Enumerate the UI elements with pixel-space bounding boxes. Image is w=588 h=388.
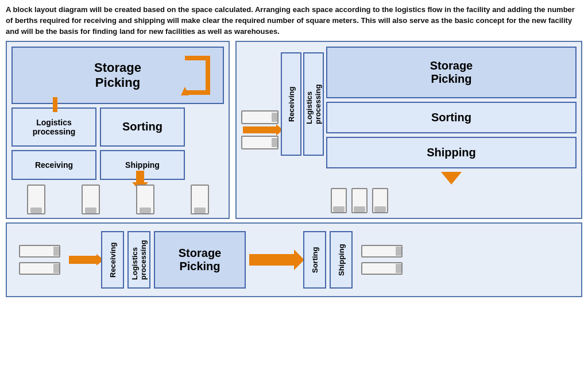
truck-r-3 bbox=[372, 188, 388, 213]
truck-body-1 bbox=[27, 185, 45, 214]
truck-3 bbox=[136, 185, 154, 214]
truck-2 bbox=[82, 185, 100, 214]
description-text: A block layout diagram will be created b… bbox=[6, 5, 582, 37]
bottom-right-trucks bbox=[356, 245, 408, 275]
truck-body-r-3 bbox=[372, 188, 388, 213]
receiving-box-left: Receiving bbox=[11, 150, 96, 180]
truck-body-r-1 bbox=[331, 188, 347, 213]
bottom-trucks-right bbox=[326, 188, 577, 213]
page: A block layout diagram will be created b… bbox=[0, 0, 588, 388]
shipping-label-right: Shipping bbox=[427, 146, 476, 159]
sorting-box-right: Sorting bbox=[326, 102, 577, 133]
receiving-vbox-bottom: Receiving bbox=[101, 231, 124, 289]
logistics-processing-label-left: Logisticsprocessing bbox=[33, 118, 76, 136]
truck-1 bbox=[27, 185, 45, 214]
diagram-right: Receiving Logisticsprocessing StoragePic… bbox=[235, 41, 582, 219]
storage-picking-label-right: StoragePicking bbox=[430, 59, 473, 86]
right-main-content: StoragePicking Sorting Shipping bbox=[326, 47, 577, 213]
bottom-left-trucks bbox=[14, 245, 65, 275]
right-diagram-inner: Receiving Logisticsprocessing StoragePic… bbox=[241, 47, 577, 213]
storage-picking-box-left: StoragePicking bbox=[11, 47, 224, 104]
truck-body-3 bbox=[136, 185, 154, 214]
truck-b-left-2 bbox=[19, 262, 60, 275]
shipping-box-right: Shipping bbox=[326, 137, 577, 168]
orange-arrow-bottom-left bbox=[69, 256, 98, 264]
receiving-label-bottom: Receiving bbox=[109, 242, 117, 277]
diagram-bottom: Receiving Logisticsprocessing StoragePic… bbox=[6, 222, 582, 297]
arrow-segment-v1 bbox=[53, 97, 57, 112]
arrow-down-container-right bbox=[326, 172, 577, 185]
logistics-label-bottom: Logisticsprocessing bbox=[130, 240, 148, 279]
arrow-down-right bbox=[441, 172, 462, 185]
truck-body-r-2 bbox=[351, 188, 368, 213]
right-left-section bbox=[241, 47, 278, 213]
truck-body-4 bbox=[191, 185, 209, 214]
shipping-label-bottom: Shipping bbox=[337, 244, 346, 276]
truck-b-right-2 bbox=[361, 262, 403, 275]
diagram-left: StoragePicking Logisticsprocessing Sorti… bbox=[6, 41, 230, 219]
truck-4 bbox=[191, 185, 209, 214]
sorting-label-bottom: Sorting bbox=[311, 247, 319, 273]
storage-picking-box-right: StoragePicking bbox=[326, 47, 577, 98]
vertical-boxes-right: Receiving Logisticsprocessing bbox=[281, 52, 324, 156]
loop-arrow-svg bbox=[179, 52, 214, 98]
sorting-label-right: Sorting bbox=[431, 111, 471, 124]
truck-h-1 bbox=[241, 110, 278, 124]
receiving-label-left: Receiving bbox=[35, 160, 73, 170]
receiving-vbox-right: Receiving bbox=[281, 52, 301, 156]
shipping-label-left: Shipping bbox=[125, 160, 160, 170]
arrow-v-down bbox=[136, 171, 144, 182]
truck-r-2 bbox=[351, 188, 368, 213]
logistics-processing-label-right: Logisticsprocessing bbox=[305, 84, 322, 124]
orange-h-arrow-right bbox=[243, 126, 277, 133]
sorting-box-left: Sorting bbox=[100, 107, 185, 147]
storage-picking-label-bottom: StoragePicking bbox=[179, 247, 221, 273]
truck-r-1 bbox=[331, 188, 347, 213]
truck-b-left-1 bbox=[19, 245, 60, 258]
bottom-row-left: Receiving Shipping bbox=[11, 150, 224, 180]
diagrams-top-row: StoragePicking Logisticsprocessing Sorti… bbox=[6, 41, 582, 219]
storage-picking-label-left: StoragePicking bbox=[94, 60, 141, 90]
logistics-vbox-bottom: Logisticsprocessing bbox=[127, 231, 150, 289]
logistics-processing-vbox-right: Logisticsprocessing bbox=[303, 52, 324, 156]
storage-picking-box-bottom: StoragePicking bbox=[154, 231, 246, 289]
truck-h-2 bbox=[241, 136, 278, 149]
receiving-label-right: Receiving bbox=[287, 86, 296, 121]
truck-body-2 bbox=[82, 185, 100, 214]
sorting-label-left: Sorting bbox=[122, 120, 163, 133]
orange-arrow-bottom-main bbox=[249, 254, 295, 266]
trucks-row-left bbox=[11, 185, 224, 214]
shipping-vbox-bottom: Shipping bbox=[330, 231, 353, 289]
middle-row-left: Logisticsprocessing Sorting bbox=[11, 107, 224, 147]
truck-b-right-1 bbox=[361, 245, 403, 258]
logistics-processing-box-left: Logisticsprocessing bbox=[11, 107, 96, 147]
sorting-vbox-bottom: Sorting bbox=[303, 231, 326, 289]
